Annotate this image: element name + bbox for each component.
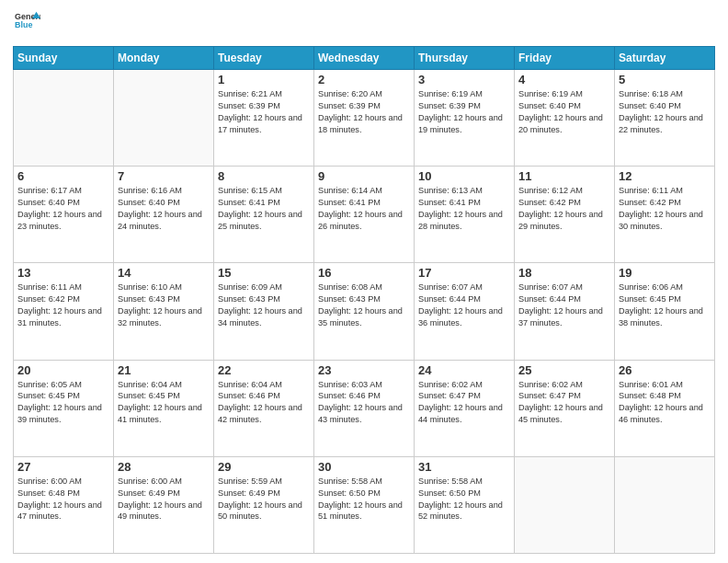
day-number: 27: [17, 460, 109, 474]
day-cell: 30Sunrise: 5:58 AMSunset: 6:50 PMDayligh…: [314, 456, 415, 553]
calendar-table: SundayMondayTuesdayWednesdayThursdayFrid…: [13, 46, 715, 554]
day-number: 8: [218, 169, 310, 183]
day-cell: 19Sunrise: 6:06 AMSunset: 6:45 PMDayligh…: [615, 263, 715, 360]
day-info: Sunrise: 6:11 AMSunset: 6:42 PMDaylight:…: [619, 185, 711, 233]
day-number: 1: [218, 73, 310, 86]
day-info: Sunrise: 6:00 AMSunset: 6:48 PMDaylight:…: [17, 476, 109, 523]
day-cell: 28Sunrise: 6:00 AMSunset: 6:49 PMDayligh…: [114, 456, 214, 553]
week-row-5: 27Sunrise: 6:00 AMSunset: 6:48 PMDayligh…: [14, 456, 715, 553]
day-number: 19: [619, 266, 711, 280]
svg-text:Blue: Blue: [15, 20, 32, 29]
week-row-2: 6Sunrise: 6:17 AMSunset: 6:40 PMDaylight…: [14, 167, 715, 263]
day-cell: [114, 70, 214, 167]
day-info: Sunrise: 6:02 AMSunset: 6:47 PMDaylight:…: [518, 379, 610, 427]
day-number: 17: [418, 266, 510, 280]
day-info: Sunrise: 6:05 AMSunset: 6:45 PMDaylight:…: [17, 379, 109, 427]
week-row-1: 1Sunrise: 6:21 AMSunset: 6:39 PMDaylight…: [14, 70, 715, 167]
day-number: 12: [619, 169, 711, 183]
logo-icon: General Blue: [15, 9, 40, 35]
day-cell: 11Sunrise: 6:12 AMSunset: 6:42 PMDayligh…: [515, 167, 615, 263]
day-info: Sunrise: 6:09 AMSunset: 6:43 PMDaylight:…: [218, 282, 310, 329]
day-cell: 10Sunrise: 6:13 AMSunset: 6:41 PMDayligh…: [415, 167, 515, 263]
day-info: Sunrise: 5:58 AMSunset: 6:50 PMDaylight:…: [418, 476, 510, 523]
day-number: 5: [619, 73, 711, 86]
day-number: 18: [518, 266, 610, 280]
day-number: 11: [518, 169, 610, 183]
day-info: Sunrise: 6:17 AMSunset: 6:40 PMDaylight:…: [17, 185, 109, 233]
day-cell: 1Sunrise: 6:21 AMSunset: 6:39 PMDaylight…: [214, 70, 314, 167]
weekday-header-tuesday: Tuesday: [214, 47, 314, 70]
day-info: Sunrise: 6:16 AMSunset: 6:40 PMDaylight:…: [118, 185, 210, 233]
day-number: 21: [118, 363, 210, 377]
day-info: Sunrise: 6:19 AMSunset: 6:39 PMDaylight:…: [418, 88, 510, 136]
day-number: 7: [118, 169, 210, 183]
day-cell: 22Sunrise: 6:04 AMSunset: 6:46 PMDayligh…: [214, 360, 314, 456]
day-info: Sunrise: 6:12 AMSunset: 6:42 PMDaylight:…: [518, 185, 610, 233]
day-cell: 3Sunrise: 6:19 AMSunset: 6:39 PMDaylight…: [415, 70, 515, 167]
day-number: 23: [318, 363, 410, 377]
logo: General Blue: [13, 9, 40, 39]
day-number: 2: [318, 73, 410, 86]
day-cell: 17Sunrise: 6:07 AMSunset: 6:44 PMDayligh…: [415, 263, 515, 360]
day-number: 24: [418, 363, 510, 377]
day-cell: 26Sunrise: 6:01 AMSunset: 6:48 PMDayligh…: [615, 360, 715, 456]
day-number: 20: [17, 363, 109, 377]
weekday-header-saturday: Saturday: [615, 47, 715, 70]
weekday-header-wednesday: Wednesday: [314, 47, 415, 70]
day-number: 15: [218, 266, 310, 280]
day-cell: 27Sunrise: 6:00 AMSunset: 6:48 PMDayligh…: [14, 456, 114, 553]
day-info: Sunrise: 6:13 AMSunset: 6:41 PMDaylight:…: [418, 185, 510, 233]
day-number: 3: [418, 73, 510, 86]
day-cell: [14, 70, 114, 167]
day-info: Sunrise: 6:02 AMSunset: 6:47 PMDaylight:…: [418, 379, 510, 427]
header: General Blue: [13, 9, 715, 39]
day-cell: 29Sunrise: 5:59 AMSunset: 6:49 PMDayligh…: [214, 456, 314, 553]
day-info: Sunrise: 6:03 AMSunset: 6:46 PMDaylight:…: [318, 379, 410, 427]
day-number: 29: [218, 460, 310, 474]
day-info: Sunrise: 6:04 AMSunset: 6:45 PMDaylight:…: [118, 379, 210, 427]
day-cell: 2Sunrise: 6:20 AMSunset: 6:39 PMDaylight…: [314, 70, 415, 167]
day-cell: 12Sunrise: 6:11 AMSunset: 6:42 PMDayligh…: [615, 167, 715, 263]
day-number: 10: [418, 169, 510, 183]
day-number: 14: [118, 266, 210, 280]
day-number: 9: [318, 169, 410, 183]
day-cell: 31Sunrise: 5:58 AMSunset: 6:50 PMDayligh…: [415, 456, 515, 553]
day-cell: 20Sunrise: 6:05 AMSunset: 6:45 PMDayligh…: [14, 360, 114, 456]
day-cell: 13Sunrise: 6:11 AMSunset: 6:42 PMDayligh…: [14, 263, 114, 360]
page: General Blue SundayMondayTuesdayWednesda…: [0, 0, 728, 563]
day-cell: 23Sunrise: 6:03 AMSunset: 6:46 PMDayligh…: [314, 360, 415, 456]
day-info: Sunrise: 6:10 AMSunset: 6:43 PMDaylight:…: [118, 282, 210, 329]
day-cell: 15Sunrise: 6:09 AMSunset: 6:43 PMDayligh…: [214, 263, 314, 360]
day-number: 13: [17, 266, 109, 280]
day-info: Sunrise: 6:06 AMSunset: 6:45 PMDaylight:…: [619, 282, 711, 329]
week-row-3: 13Sunrise: 6:11 AMSunset: 6:42 PMDayligh…: [14, 263, 715, 360]
day-number: 30: [318, 460, 410, 474]
day-cell: 9Sunrise: 6:14 AMSunset: 6:41 PMDaylight…: [314, 167, 415, 263]
day-cell: 25Sunrise: 6:02 AMSunset: 6:47 PMDayligh…: [515, 360, 615, 456]
day-number: 4: [518, 73, 610, 86]
day-number: 16: [318, 266, 410, 280]
day-info: Sunrise: 6:01 AMSunset: 6:48 PMDaylight:…: [619, 379, 711, 427]
day-cell: [515, 456, 615, 553]
day-info: Sunrise: 6:21 AMSunset: 6:39 PMDaylight:…: [218, 88, 310, 136]
day-info: Sunrise: 6:04 AMSunset: 6:46 PMDaylight:…: [218, 379, 310, 427]
weekday-header-monday: Monday: [114, 47, 214, 70]
day-number: 6: [17, 169, 109, 183]
day-info: Sunrise: 6:11 AMSunset: 6:42 PMDaylight:…: [17, 282, 109, 329]
day-number: 22: [218, 363, 310, 377]
weekday-header-row: SundayMondayTuesdayWednesdayThursdayFrid…: [14, 47, 715, 70]
weekday-header-thursday: Thursday: [415, 47, 515, 70]
day-cell: 16Sunrise: 6:08 AMSunset: 6:43 PMDayligh…: [314, 263, 415, 360]
day-info: Sunrise: 6:19 AMSunset: 6:40 PMDaylight:…: [518, 88, 610, 136]
day-cell: 18Sunrise: 6:07 AMSunset: 6:44 PMDayligh…: [515, 263, 615, 360]
day-cell: 6Sunrise: 6:17 AMSunset: 6:40 PMDaylight…: [14, 167, 114, 263]
day-cell: 7Sunrise: 6:16 AMSunset: 6:40 PMDaylight…: [114, 167, 214, 263]
day-cell: 14Sunrise: 6:10 AMSunset: 6:43 PMDayligh…: [114, 263, 214, 360]
day-info: Sunrise: 6:18 AMSunset: 6:40 PMDaylight:…: [619, 88, 711, 136]
day-cell: 5Sunrise: 6:18 AMSunset: 6:40 PMDaylight…: [615, 70, 715, 167]
day-info: Sunrise: 5:58 AMSunset: 6:50 PMDaylight:…: [318, 476, 410, 523]
day-info: Sunrise: 6:15 AMSunset: 6:41 PMDaylight:…: [218, 185, 310, 233]
day-number: 31: [418, 460, 510, 474]
day-info: Sunrise: 6:07 AMSunset: 6:44 PMDaylight:…: [418, 282, 510, 329]
day-info: Sunrise: 6:07 AMSunset: 6:44 PMDaylight:…: [518, 282, 610, 329]
